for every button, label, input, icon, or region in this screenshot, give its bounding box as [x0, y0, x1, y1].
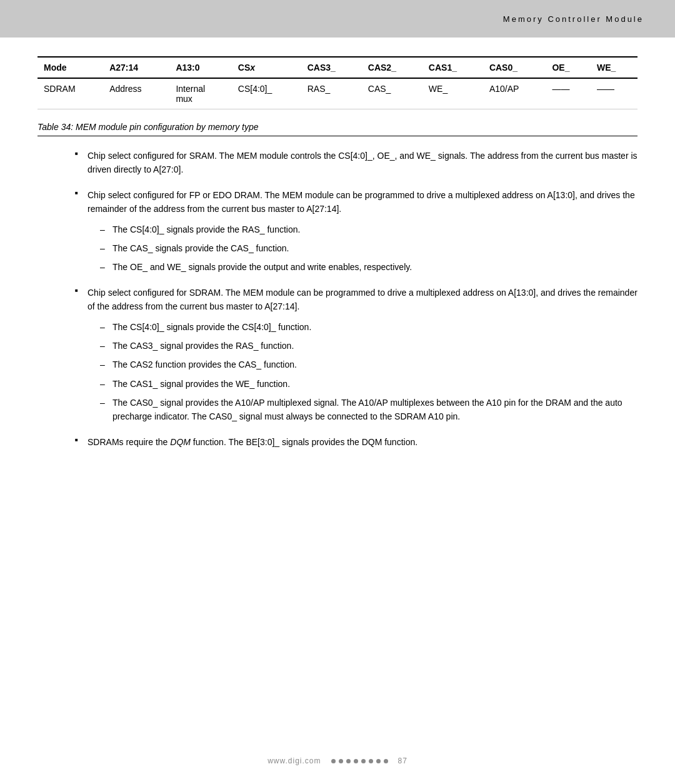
footer: www.digi.com 87 — [0, 756, 675, 765]
dash-item: The CS[4:0]_ signals provide the CS[4:0]… — [100, 320, 638, 334]
cell-mode: SDRAM — [38, 78, 103, 109]
bullet-text-3: Chip select configured for SDRAM. The ME… — [88, 288, 638, 311]
page-container: Memory Controller Module Mode A27:14 A13… — [0, 0, 675, 784]
cell-cas0: A10/AP — [483, 78, 546, 109]
footer-website: www.digi.com — [268, 756, 321, 765]
col-cas2: CAS2_ — [362, 57, 422, 78]
dash-item: The CAS2 function provides the CAS_ func… — [100, 358, 638, 371]
col-we: WE_ — [591, 57, 638, 78]
list-item: Chip select configured for SDRAM. The ME… — [75, 286, 638, 424]
bullet-text-4: SDRAMs require the DQM function. The BE[… — [88, 437, 418, 447]
footer-dot — [339, 759, 343, 763]
col-oe: OE_ — [546, 57, 591, 78]
table-caption: Table 34: MEM module pin configuration b… — [38, 122, 638, 136]
footer-dot — [331, 759, 336, 763]
table-header-row: Mode A27:14 A13:0 CSx CAS3_ CAS2_ CAS1_ … — [38, 57, 638, 78]
cell-cas2: CAS_ — [362, 78, 422, 109]
footer-dot — [384, 759, 388, 763]
footer-dots — [331, 759, 388, 763]
dash-item: The CS[4:0]_ signals provide the RAS_ fu… — [100, 223, 638, 236]
col-a27-14: A27:14 — [103, 57, 169, 78]
cell-a27-14: Address — [103, 78, 169, 109]
footer-dot — [376, 759, 381, 763]
col-csx: CSx — [232, 57, 301, 78]
col-a13-0: A13:0 — [169, 57, 231, 78]
dash-list-3: The CS[4:0]_ signals provide the CS[4:0]… — [100, 320, 638, 424]
col-mode: Mode — [38, 57, 103, 78]
dash-item: The CAS_ signals provide the CAS_ functi… — [100, 241, 638, 255]
cell-we: —— — [591, 78, 638, 109]
cell-cas1: WE_ — [422, 78, 483, 109]
dash-item: The CAS3_ signal provides the RAS_ funct… — [100, 339, 638, 353]
pin-config-table: Mode A27:14 A13:0 CSx CAS3_ CAS2_ CAS1_ … — [38, 56, 638, 109]
cell-csx: CS[4:0]_ — [232, 78, 301, 109]
footer-dot — [354, 759, 358, 763]
cell-cas3: RAS_ — [301, 78, 362, 109]
dash-list-2: The CS[4:0]_ signals provide the RAS_ fu… — [100, 223, 638, 274]
dash-item: The OE_ and WE_ signals provide the outp… — [100, 260, 638, 274]
header-bar: Memory Controller Module — [0, 0, 675, 38]
col-cas3: CAS3_ — [301, 57, 362, 78]
header-title: Memory Controller Module — [503, 14, 644, 24]
bullet-text-2: Chip select configured for FP or EDO DRA… — [88, 190, 635, 214]
footer-page-number: 87 — [398, 756, 408, 765]
cell-a13-0: Internalmux — [169, 78, 231, 109]
dash-item: The CAS0_ signal provides the A10/AP mul… — [100, 396, 638, 424]
bullet-list: Chip select configured for SRAM. The MEM… — [75, 149, 638, 449]
footer-dot — [369, 759, 373, 763]
cell-oe: —— — [546, 78, 591, 109]
col-cas1: CAS1_ — [422, 57, 483, 78]
footer-dot — [346, 759, 351, 763]
main-content: Mode A27:14 A13:0 CSx CAS3_ CAS2_ CAS1_ … — [0, 56, 675, 498]
table-row: SDRAM Address Internalmux CS[4:0]_ RAS_ … — [38, 78, 638, 109]
list-item: Chip select configured for SRAM. The MEM… — [75, 149, 638, 177]
footer-dot — [361, 759, 366, 763]
col-cas0: CAS0_ — [483, 57, 546, 78]
bullet-text-1: Chip select configured for SRAM. The MEM… — [88, 151, 638, 174]
dash-item: The CAS1_ signal provides the WE_ functi… — [100, 377, 638, 391]
list-item: SDRAMs require the DQM function. The BE[… — [75, 435, 638, 449]
list-item: Chip select configured for FP or EDO DRA… — [75, 188, 638, 274]
